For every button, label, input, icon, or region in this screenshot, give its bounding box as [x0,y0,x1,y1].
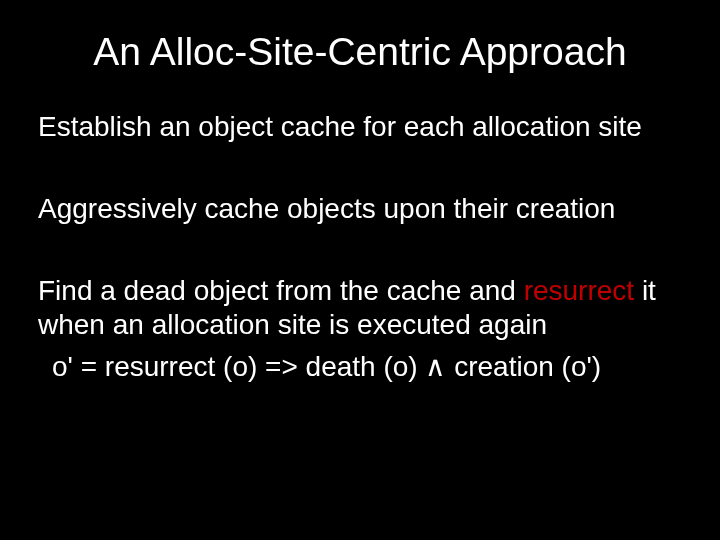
formula-rhs: creation (o') [446,351,601,382]
bullet-2: Aggressively cache objects upon their cr… [38,192,682,226]
bullet-3-pre: Find a dead object from the cache and [38,275,524,306]
formula-line: o' = resurrect (o) => death (o) ∧ creati… [52,349,682,384]
bullet-1: Establish an object cache for each alloc… [38,110,682,144]
slide: An Alloc-Site-Centric Approach Establish… [0,0,720,540]
and-symbol: ∧ [425,351,446,382]
bullet-3-highlight: resurrect [524,275,634,306]
bullet-3: Find a dead object from the cache and re… [38,274,682,342]
formula-lhs: o' = resurrect (o) => death (o) [52,351,425,382]
slide-title: An Alloc-Site-Centric Approach [38,30,682,74]
